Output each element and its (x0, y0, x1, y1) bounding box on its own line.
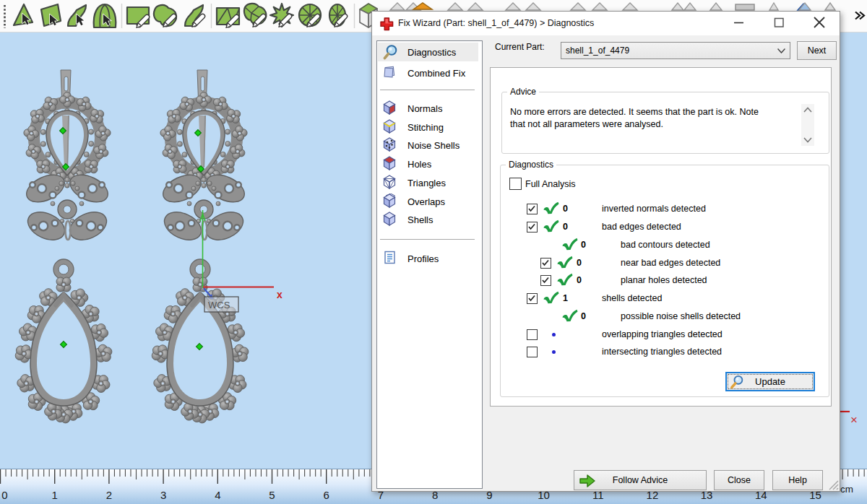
svg-text:1: 1 (52, 489, 58, 501)
svg-text:×: × (850, 413, 858, 427)
svg-text:6: 6 (324, 489, 329, 501)
svg-text:x: x (277, 289, 282, 300)
svg-text:3: 3 (160, 489, 166, 501)
svg-text:5: 5 (269, 489, 275, 501)
svg-text:0: 0 (1, 489, 7, 501)
svg-text:WCS: WCS (208, 300, 230, 310)
svg-text:4: 4 (215, 489, 220, 501)
svg-text:2: 2 (106, 489, 112, 501)
svg-text:cm: cm (840, 484, 853, 495)
